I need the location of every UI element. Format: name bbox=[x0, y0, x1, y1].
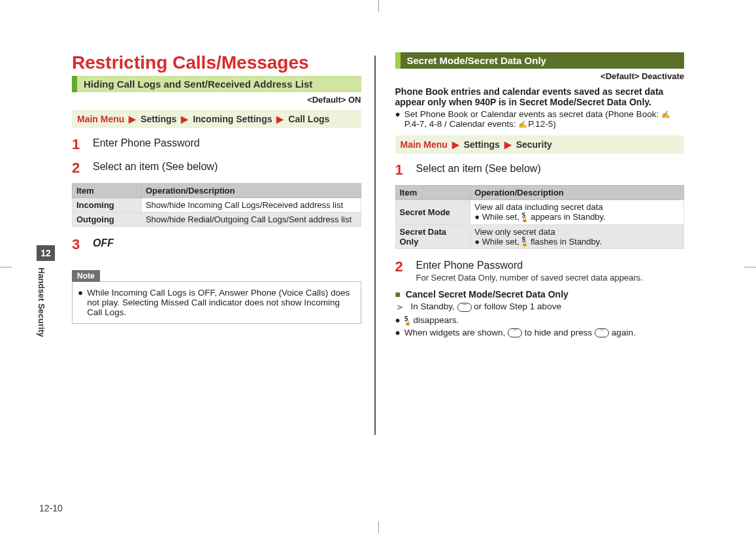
cancel-line-1: ＞ In Standby, or follow Step 1 above bbox=[395, 301, 685, 313]
bullet-icon: ● bbox=[395, 109, 401, 129]
table-header-item: Item bbox=[73, 184, 142, 198]
bullet-text: Set Phone Book or Calendar events as sec… bbox=[404, 109, 684, 129]
page-title: Restricting Calls/Messages bbox=[72, 52, 361, 73]
bullet-icon: ● bbox=[395, 328, 401, 337]
table-header-item: Item bbox=[395, 186, 470, 200]
row-desc: Show/hide Incoming Call Logs/Received ad… bbox=[141, 198, 361, 213]
cancel-line-3: ● When widgets are shown, to hide and pr… bbox=[395, 328, 685, 337]
cancel-text: disappears. bbox=[404, 315, 459, 325]
bullet-icon: ● bbox=[78, 288, 83, 317]
table-row: Secret Mode View all data including secr… bbox=[395, 200, 684, 225]
reference-icon bbox=[661, 109, 671, 119]
left-column: Restricting Calls/Messages Hiding Call L… bbox=[33, 13, 374, 513]
text-part: flashes in Standby. bbox=[531, 237, 602, 247]
menu-path-left: Main Menu ▶ Settings ▶ Incoming Settings… bbox=[72, 110, 361, 128]
note-text: While Incoming Call Logs is OFF, Answer … bbox=[87, 288, 355, 317]
bullet-icon: ● bbox=[474, 237, 482, 247]
default-label-left: <Default> ON bbox=[72, 95, 361, 105]
table-header-desc: Operation/Description bbox=[470, 186, 684, 200]
bullet-icon: ● bbox=[395, 315, 401, 325]
step-text: Enter Phone Password For Secret Data Onl… bbox=[416, 258, 685, 283]
text-part: or follow Step 1 above bbox=[474, 301, 561, 311]
row-item: Secret Data Only bbox=[395, 224, 470, 249]
cancel-section: ■ Cancel Secret Mode/Secret Data Only ＞ … bbox=[395, 289, 685, 337]
row-item: Secret Mode bbox=[395, 200, 470, 225]
left-table: Item Operation/Description Incoming Show… bbox=[72, 183, 361, 227]
chevron-marker-icon: ＞ bbox=[395, 301, 404, 313]
menu-step-call-logs: Call Logs bbox=[288, 114, 329, 124]
text-part: View only secret data bbox=[474, 227, 555, 237]
text-part: When widgets are shown, bbox=[404, 328, 508, 337]
square-marker-icon: ■ bbox=[395, 289, 401, 300]
step-number: 2 bbox=[395, 258, 408, 283]
row-desc: View all data including secret data ● Wh… bbox=[470, 200, 684, 225]
step-text: OFF bbox=[93, 236, 361, 253]
chevron-right-icon: ▶ bbox=[452, 139, 459, 150]
row-item: Outgoing bbox=[73, 213, 142, 227]
row-desc: Show/hide Redial/Outgoing Call Logs/Sent… bbox=[141, 213, 361, 227]
crop-mark-right bbox=[744, 267, 756, 267]
cancel-text: When widgets are shown, to hide and pres… bbox=[404, 328, 636, 337]
step-text: Select an item (See below) bbox=[416, 162, 685, 179]
end-key-icon bbox=[508, 328, 522, 337]
step-1-right: 1 Select an item (See below) bbox=[395, 162, 685, 179]
menu-step-incoming: Incoming Settings bbox=[193, 114, 272, 124]
secret-mode-icon bbox=[404, 317, 411, 326]
text-part: to hide and press bbox=[525, 328, 595, 337]
step-subtext: For Secret Data Only, number of saved se… bbox=[416, 273, 685, 283]
table-row: Outgoing Show/hide Redial/Outgoing Call … bbox=[73, 213, 361, 227]
table-row: Secret Data Only View only secret data ●… bbox=[395, 224, 684, 249]
text-part: P.4-7, 4-8 / Calendar events: bbox=[404, 119, 519, 129]
intro-paragraph: Phone Book entries and calendar events s… bbox=[395, 86, 685, 107]
cancel-text: In Standby, or follow Step 1 above bbox=[411, 301, 561, 313]
step-text: Select an item (See below) bbox=[93, 160, 361, 177]
intro-bullet: ● Set Phone Book or Calendar events as s… bbox=[395, 109, 685, 129]
right-table: Item Operation/Description Secret Mode V… bbox=[395, 185, 685, 249]
step-number: 1 bbox=[395, 162, 408, 179]
step-2-right: 2 Enter Phone Password For Secret Data O… bbox=[395, 258, 685, 283]
reference-icon bbox=[518, 119, 528, 129]
text-part: appears in Standby. bbox=[531, 212, 606, 222]
text-part: View all data including secret data bbox=[474, 202, 602, 212]
chevron-right-icon: ▶ bbox=[276, 114, 284, 124]
text-part: again. bbox=[612, 328, 636, 337]
step-number: 2 bbox=[72, 160, 85, 177]
off-label: OFF bbox=[93, 237, 114, 249]
chevron-right-icon: ▶ bbox=[504, 139, 512, 150]
crop-mark-left bbox=[0, 267, 12, 267]
cancel-title: Cancel Secret Mode/Secret Data Only bbox=[406, 289, 568, 300]
menu-step-settings: Settings bbox=[464, 139, 500, 150]
secret-mode-icon bbox=[521, 237, 528, 247]
table-row: Incoming Show/hide Incoming Call Logs/Re… bbox=[73, 198, 361, 213]
page: 12 Handset Security 12-10 Restricting Ca… bbox=[33, 13, 723, 513]
subsection-bar-left: Hiding Call Logs and Sent/Received Addre… bbox=[72, 76, 361, 92]
default-label-right: <Default> Deactivate bbox=[395, 71, 685, 81]
step-3-left: 3 OFF bbox=[72, 236, 361, 253]
step-2-left: 2 Select an item (See below) bbox=[72, 160, 361, 177]
cancel-line-2: ● disappears. bbox=[395, 315, 685, 325]
chevron-right-icon: ▶ bbox=[129, 114, 136, 124]
end-key-icon bbox=[595, 328, 609, 337]
crop-mark-top bbox=[378, 0, 379, 12]
chevron-right-icon: ▶ bbox=[181, 114, 188, 124]
cancel-title-line: ■ Cancel Secret Mode/Secret Data Only bbox=[395, 289, 685, 300]
step-number: 3 bbox=[72, 236, 85, 253]
text-part: Set Phone Book or Calendar events as sec… bbox=[404, 109, 661, 119]
text-part: While set, bbox=[482, 237, 522, 247]
menu-main: Main Menu bbox=[77, 114, 124, 124]
subsection-bar-right: Secret Mode/Secret Data Only bbox=[395, 52, 685, 69]
table-header-desc: Operation/Description bbox=[141, 184, 361, 198]
step-1-left: 1 Enter Phone Password bbox=[72, 136, 361, 153]
step-text: Enter Phone Password bbox=[93, 136, 361, 153]
menu-main: Main Menu bbox=[401, 139, 448, 150]
note-body: ● While Incoming Call Logs is OFF, Answe… bbox=[72, 281, 361, 324]
end-key-icon bbox=[457, 303, 472, 312]
menu-path-right: Main Menu ▶ Settings ▶ Security bbox=[395, 135, 685, 154]
text-part: In Standby, bbox=[411, 301, 457, 311]
note-label: Note bbox=[72, 270, 100, 282]
text-part: P.12-5) bbox=[528, 119, 556, 129]
step-number: 1 bbox=[72, 136, 85, 153]
bullet-icon: ● bbox=[474, 212, 482, 222]
text-part: While set, bbox=[482, 212, 522, 222]
text-part: disappears. bbox=[413, 315, 459, 325]
